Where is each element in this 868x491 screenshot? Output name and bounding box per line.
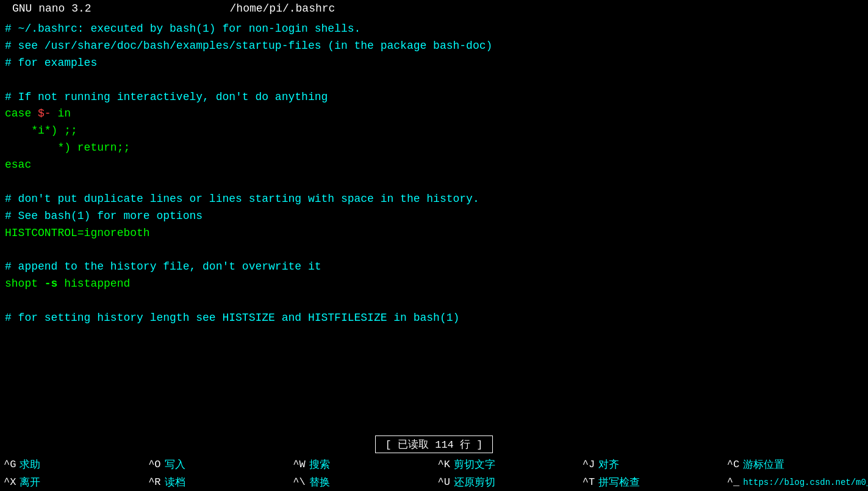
shortcut-key: ^_ xyxy=(727,476,739,488)
terminal: GNU nano 3.2 /home/pi/.bashrc # ~/.bashr… xyxy=(0,0,868,491)
shortcut-bar: ^G求助^O写入^W搜索^K剪切文字^J对齐^C游标位置 ^X离开^R读档^\替… xyxy=(0,456,868,491)
shortcut-label: 读档 xyxy=(165,475,185,489)
shortcut-item[interactable]: ^J对齐 xyxy=(579,456,723,473)
code-line: esac xyxy=(5,157,863,174)
shortcut-item[interactable]: ^W搜索 xyxy=(289,456,434,473)
code-line: # If not running interactively, don't do… xyxy=(5,89,863,106)
shortcut-key: ^J xyxy=(583,459,595,470)
shortcut-item[interactable]: ^_https://blog.csdn.net/m0_4633965 xyxy=(723,473,868,491)
code-line: case $- in xyxy=(5,106,863,123)
shortcut-item[interactable]: ^T拼写检查 xyxy=(579,473,723,491)
shortcut-key: ^G xyxy=(4,459,16,470)
shortcut-row-2: ^X离开^R读档^\替换^U还原剪切^T拼写检查^_https://blog.c… xyxy=(0,473,868,491)
editor-name: GNU nano 3.2 xyxy=(12,2,91,15)
shortcut-key: ^T xyxy=(583,476,595,488)
code-line: # ~/.bashrc: executed by bash(1) for non… xyxy=(5,21,863,38)
code-line: shopt -s histappend xyxy=(5,276,863,293)
shortcut-item[interactable]: ^\替换 xyxy=(289,473,434,491)
url-label: https://blog.csdn.net/m0_4633965 xyxy=(743,478,868,487)
shortcut-row-1: ^G求助^O写入^W搜索^K剪切文字^J对齐^C游标位置 xyxy=(0,456,868,473)
shortcut-item[interactable]: ^X离开 xyxy=(0,473,145,491)
shortcut-label: 剪切文字 xyxy=(454,457,495,471)
shortcut-item[interactable]: ^C游标位置 xyxy=(723,456,868,473)
shortcut-item[interactable]: ^K剪切文字 xyxy=(434,456,579,473)
code-line: *) return;; xyxy=(5,140,863,157)
code-line xyxy=(5,293,863,310)
shortcut-label: 离开 xyxy=(20,475,40,489)
shortcut-key: ^\ xyxy=(293,476,305,488)
code-line xyxy=(5,72,863,89)
code-line: # don't put duplicate lines or lines sta… xyxy=(5,191,863,208)
file-path: /home/pi/.bashrc xyxy=(91,2,474,15)
shortcut-label: 对齐 xyxy=(598,457,619,471)
shortcut-key: ^O xyxy=(148,459,160,470)
shortcut-label: 游标位置 xyxy=(743,457,784,471)
shortcut-label: 求助 xyxy=(20,457,40,471)
code-line: # for examples xyxy=(5,55,863,72)
code-line xyxy=(5,174,863,191)
shortcut-item[interactable]: ^U还原剪切 xyxy=(434,473,579,491)
code-line xyxy=(5,242,863,259)
code-line: # see /usr/share/doc/bash/examples/start… xyxy=(5,38,863,55)
shortcut-key: ^R xyxy=(148,476,160,488)
status-text: [ 已读取 114 行 ] xyxy=(375,435,493,453)
title-bar: GNU nano 3.2 /home/pi/.bashrc xyxy=(0,0,868,17)
shortcut-label: 替换 xyxy=(309,475,330,489)
code-line: HISTCONTROL=ignoreboth xyxy=(5,225,863,242)
shortcut-key: ^W xyxy=(293,459,305,470)
shortcut-key: ^C xyxy=(727,459,739,470)
code-line: # for setting history length see HISTSIZ… xyxy=(5,310,863,327)
editor-content[interactable]: # ~/.bashrc: executed by bash(1) for non… xyxy=(0,17,868,433)
shortcut-key: ^X xyxy=(4,476,16,488)
status-bar: [ 已读取 114 行 ] xyxy=(0,433,868,456)
shortcut-key: ^U xyxy=(438,476,450,488)
shortcut-label: 还原剪切 xyxy=(454,475,495,489)
shortcut-item[interactable]: ^R读档 xyxy=(145,473,289,491)
code-line: # append to the history file, don't over… xyxy=(5,259,863,276)
shortcut-item[interactable]: ^O写入 xyxy=(145,456,289,473)
shortcut-key: ^K xyxy=(438,459,450,470)
code-line: # See bash(1) for more options xyxy=(5,208,863,225)
code-line: *i*) ;; xyxy=(5,123,863,140)
shortcut-label: 搜索 xyxy=(309,457,330,471)
shortcut-label: 拼写检查 xyxy=(598,475,640,489)
shortcut-label: 写入 xyxy=(165,457,185,471)
shortcut-item[interactable]: ^G求助 xyxy=(0,456,145,473)
